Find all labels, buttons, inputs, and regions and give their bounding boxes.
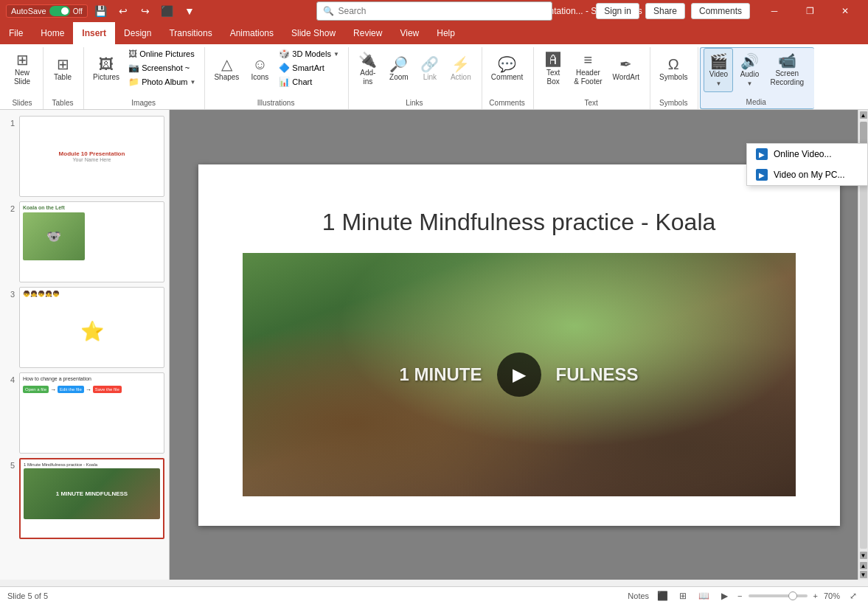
slide-item-2[interactable]: 2 Koala on the Left 🐨 xyxy=(4,201,164,282)
addins-button[interactable]: 🔌 Add-ins xyxy=(353,47,383,91)
scroll-left-arrow[interactable]: ▲ xyxy=(860,562,867,569)
textbox-button[interactable]: 🅰 TextBox xyxy=(538,47,568,91)
slide-sorter-button[interactable]: ⊞ xyxy=(676,589,690,603)
notes-button[interactable]: Notes xyxy=(628,591,649,600)
photo-album-button[interactable]: 📁 Photo Album ▼ xyxy=(125,75,198,88)
slide-video[interactable]: 1 MINUTE ▶ FULNESS xyxy=(243,253,796,496)
audio-icon: 🔊 xyxy=(740,54,759,69)
online-pictures-button[interactable]: 🖼 Online Pictures xyxy=(125,47,198,60)
video-label: Video xyxy=(709,70,728,79)
slide-item-1[interactable]: 1 Module 10 Presentation Your Name Here xyxy=(4,116,164,197)
save-button[interactable]: 💾 xyxy=(92,2,110,20)
zoom-icon: 🔎 xyxy=(389,57,408,72)
share-button[interactable]: Share xyxy=(645,3,685,19)
zoom-out-button[interactable]: − xyxy=(737,591,742,600)
search-input[interactable] xyxy=(338,6,546,16)
tab-file[interactable]: File xyxy=(0,22,32,44)
signin-button[interactable]: Sign in xyxy=(596,3,639,19)
new-slide-button[interactable]: ⊞ NewSlide xyxy=(7,47,37,91)
reading-view-button[interactable]: 📖 xyxy=(696,589,711,603)
scroll-right-arrow[interactable]: ▼ xyxy=(860,571,867,578)
scroll-down-arrow[interactable]: ▼ xyxy=(860,552,867,559)
zoom-button[interactable]: 🔎 Zoom xyxy=(384,47,414,91)
tab-design[interactable]: Design xyxy=(115,22,160,44)
slides-group-label: Slides xyxy=(7,97,37,109)
search-bar[interactable]: 🔍 xyxy=(316,1,552,21)
titlebar-right: ─ ❐ ✕ xyxy=(757,0,862,22)
normal-view-button[interactable]: ⬛ xyxy=(655,589,670,603)
tab-animations[interactable]: Animations xyxy=(221,22,282,44)
3d-models-button[interactable]: 🎲 3D Models ▼ xyxy=(276,47,342,60)
tab-review[interactable]: Review xyxy=(344,22,391,44)
textbox-icon: 🅰 xyxy=(546,52,560,67)
slide-item-5[interactable]: 5 1 Minute Mindfulness practice - Koala … xyxy=(4,458,164,539)
video-on-pc-option[interactable]: ▶ Video on My PC... xyxy=(747,164,867,185)
slide-item-4[interactable]: 4 How to change a presentation Open a fi… xyxy=(4,372,164,454)
tab-transitions[interactable]: Transitions xyxy=(160,22,221,44)
tab-home[interactable]: Home xyxy=(32,22,73,44)
presentation-view-icon[interactable]: ⬛ xyxy=(159,2,176,20)
shapes-button[interactable]: △ Shapes xyxy=(209,47,243,91)
restore-button[interactable]: ❐ xyxy=(793,0,827,22)
customize-btn[interactable]: ▼ xyxy=(181,2,198,20)
slideshow-view-button[interactable]: ▶ xyxy=(717,589,732,603)
scroll-up-arrow[interactable]: ▲ xyxy=(860,111,867,119)
photo-album-label: Photo Album xyxy=(142,77,187,86)
autosave-toggle[interactable] xyxy=(49,6,70,16)
action-button[interactable]: ⚡ Action xyxy=(446,47,476,91)
comment-button[interactable]: 💬 Comment xyxy=(487,47,527,91)
slides-items: ⊞ NewSlide xyxy=(7,47,37,97)
minimize-button[interactable]: ─ xyxy=(757,0,791,22)
zoom-thumb[interactable] xyxy=(788,591,797,600)
slide-thumb-2[interactable]: Koala on the Left 🐨 xyxy=(19,201,164,282)
photo-album-arrow: ▼ xyxy=(190,79,196,86)
screenshot-button[interactable]: 📷 Screenshot ~ xyxy=(125,61,198,74)
icons-button[interactable]: ☺ Icons xyxy=(245,47,274,91)
video-button[interactable]: 🎬 Video ▼ xyxy=(704,48,733,92)
autosave-state: Off xyxy=(73,7,83,15)
tab-help[interactable]: Help xyxy=(428,22,464,44)
tab-insert[interactable]: Insert xyxy=(73,22,115,44)
link-button[interactable]: 🔗 Link xyxy=(415,47,445,91)
action-label: Action xyxy=(451,73,471,82)
header-footer-label: Header& Footer xyxy=(574,69,602,86)
table-button[interactable]: ⊞ Table xyxy=(48,47,77,91)
slide-thumb-5[interactable]: 1 Minute Mindfulness practice - Koala 1 … xyxy=(19,458,164,539)
autosave-badge[interactable]: AutoSave Off xyxy=(6,4,88,18)
table-label: Table xyxy=(54,73,72,82)
audio-button[interactable]: 🔊 Audio ▼ xyxy=(735,48,764,92)
textbox-label: TextBox xyxy=(546,69,560,86)
link-icon: 🔗 xyxy=(420,57,439,72)
online-video-option[interactable]: ▶ Online Video... xyxy=(747,144,867,164)
tab-view[interactable]: View xyxy=(391,22,428,44)
smartart-button[interactable]: 🔷 SmartArt xyxy=(276,61,342,74)
chart-icon: 📊 xyxy=(279,77,290,87)
wordart-button[interactable]: ✒ WordArt xyxy=(608,47,645,91)
fit-slide-button[interactable]: ⤢ xyxy=(846,589,861,603)
comments-button[interactable]: Comments xyxy=(691,3,750,19)
slide-thumb-1[interactable]: Module 10 Presentation Your Name Here xyxy=(19,116,164,197)
slide-num-3: 3 xyxy=(4,287,15,299)
chart-button[interactable]: 📊 Chart xyxy=(276,75,342,88)
new-slide-icon: ⊞ xyxy=(16,52,29,67)
video-play-button[interactable]: ▶ xyxy=(497,353,541,397)
symbols-group-label: Symbols xyxy=(655,97,692,109)
header-footer-button[interactable]: ≡ Header& Footer xyxy=(569,47,606,91)
slide-thumb-3[interactable]: 👦👧👦👧👦 ⭐ xyxy=(19,287,164,368)
symbols-button[interactable]: Ω Symbols xyxy=(655,47,692,91)
slide-item-3[interactable]: 3 👦👧👦👧👦 ⭐ xyxy=(4,287,164,368)
icons-icon: ☺ xyxy=(252,57,267,72)
zoom-slider[interactable] xyxy=(749,594,808,597)
undo-button[interactable]: ↩ xyxy=(114,2,132,20)
close-button[interactable]: ✕ xyxy=(828,0,862,22)
ribbon-group-comments: 💬 Comment Comments xyxy=(484,47,534,109)
redo-button[interactable]: ↪ xyxy=(136,2,154,20)
screenshot-icon: 📷 xyxy=(128,63,139,73)
screen-recording-button[interactable]: 📹 ScreenRecording xyxy=(765,48,808,92)
slide-thumb-4[interactable]: How to change a presentation Open a file… xyxy=(19,372,164,454)
tab-slideshow[interactable]: Slide Show xyxy=(282,22,344,44)
tables-items: ⊞ Table xyxy=(48,47,77,97)
zoom-in-button[interactable]: + xyxy=(813,591,818,600)
pictures-button[interactable]: 🖼 Pictures xyxy=(88,47,124,91)
scroll-thumb[interactable] xyxy=(860,122,867,144)
